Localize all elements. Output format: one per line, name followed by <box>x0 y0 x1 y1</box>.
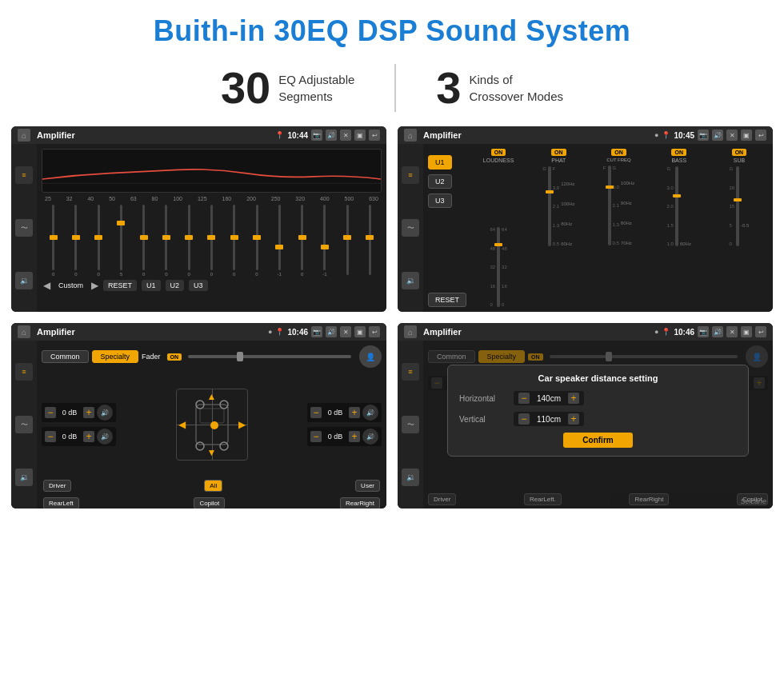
horizontal-label: Horizontal <box>459 394 507 403</box>
eq-slider-14[interactable] <box>360 205 380 277</box>
vertical-control: − 110cm + <box>514 412 584 426</box>
horizontal-minus-btn[interactable]: − <box>518 393 530 404</box>
rr-minus-btn[interactable]: − <box>310 431 322 442</box>
rr-plus-btn[interactable]: + <box>349 431 360 442</box>
eq-icon-2[interactable]: ≡ <box>402 166 419 184</box>
eq-icon-1[interactable]: ≡ <box>15 166 33 184</box>
pin-icon-1: 📍 <box>275 131 284 139</box>
vertical-minus-btn[interactable]: − <box>518 413 530 425</box>
next-icon[interactable]: ▶ <box>91 280 98 291</box>
eq-slider-13[interactable] <box>337 205 357 277</box>
arrow-right[interactable]: ▶ <box>238 419 246 430</box>
rearleft-btn-4[interactable]: RearLeft. <box>524 493 562 505</box>
u1-btn-1[interactable]: U1 <box>142 280 161 291</box>
driver-btn-3[interactable]: Driver <box>43 480 71 492</box>
arrow-left[interactable]: ◀ <box>178 419 186 430</box>
wave-icon-4[interactable]: 〜 <box>402 416 419 433</box>
vol-icon-1: 🔊 <box>326 130 337 141</box>
eq-slider-10[interactable]: -1 <box>270 205 290 277</box>
vol-down-icon-4[interactable]: 🔉 <box>402 469 419 486</box>
crosshair-box[interactable]: ▲ ▼ ◀ ▶ <box>176 389 248 461</box>
home-icon-1[interactable]: ⌂ <box>18 129 30 142</box>
rear-right-db-control: − 0 dB + 🔊 <box>307 427 382 446</box>
rearleft-btn-3[interactable]: RearLeft <box>43 497 79 509</box>
vertical-plus-btn[interactable]: + <box>568 413 579 425</box>
home-icon-3[interactable]: ⌂ <box>18 325 30 338</box>
eq-slider-5[interactable]: 0 <box>156 205 176 277</box>
fl-minus-btn[interactable]: − <box>45 407 56 418</box>
eq-slider-4[interactable]: 0 <box>134 205 154 277</box>
rearright-btn-3[interactable]: RearRight <box>340 497 380 509</box>
horizontal-value: 140cm <box>533 394 565 403</box>
fr-speaker-icon: 🔊 <box>362 405 378 421</box>
u3-btn-1[interactable]: U3 <box>189 280 208 291</box>
back-icon-2: ↩ <box>755 130 766 141</box>
fr-minus-btn[interactable]: − <box>310 407 322 418</box>
tab-specialty-4[interactable]: Specialty <box>478 350 526 363</box>
eq-slider-12[interactable]: -1 <box>314 205 334 277</box>
screen4-title: Amplifier <box>423 327 651 337</box>
rl-plus-btn[interactable]: + <box>83 431 94 442</box>
u1-btn-crossover[interactable]: U1 <box>428 155 452 170</box>
driver-btn-4[interactable]: Driver <box>428 493 456 505</box>
eq-slider-9[interactable]: 0 <box>246 205 266 277</box>
distance-main-content: Common Specialty ON 👤 − 0 dB + − <box>423 341 773 509</box>
eq-slider-0[interactable]: 0 <box>43 205 63 277</box>
back-icon-1: ↩ <box>369 130 380 141</box>
eq-slider-8[interactable]: 0 <box>224 205 244 277</box>
horizontal-plus-btn[interactable]: + <box>568 393 579 404</box>
vol-down-icon-2[interactable]: 🔉 <box>402 272 419 289</box>
eq-slider-1[interactable]: 0 <box>66 205 86 277</box>
position-dot[interactable] <box>210 421 218 429</box>
wave-icon-3[interactable]: 〜 <box>15 416 33 433</box>
screen2-title: Amplifier <box>423 130 651 140</box>
band-bass: ON BASS G3.02.01.51.0 60Hz <box>650 149 708 307</box>
arrow-up[interactable]: ▲ <box>207 391 217 402</box>
wave-icon-2[interactable]: 〜 <box>402 219 419 237</box>
u2-btn-crossover[interactable]: U2 <box>428 174 452 189</box>
vol-down-icon-1[interactable]: 🔉 <box>15 272 33 289</box>
arrow-down[interactable]: ▼ <box>207 447 217 458</box>
home-icon-4[interactable]: ⌂ <box>404 325 417 338</box>
fader-slider[interactable] <box>188 355 351 358</box>
prev-icon[interactable]: ◀ <box>43 280 50 291</box>
eq-icon-4[interactable]: ≡ <box>402 363 419 381</box>
wave-icon-1[interactable]: 〜 <box>15 219 33 237</box>
on-toggle-4: ON <box>528 353 543 361</box>
copilot-btn-3[interactable]: Copilot <box>194 497 225 509</box>
dot-icon-2: ● <box>654 131 658 139</box>
fr-plus-btn[interactable]: + <box>349 407 360 418</box>
eq-slider-6[interactable]: 0 <box>179 205 199 277</box>
user-btn-3[interactable]: User <box>355 480 380 492</box>
eq-slider-3[interactable]: 5 <box>111 205 131 277</box>
rearright-btn-4[interactable]: RearRight <box>629 493 669 505</box>
reset-btn-1[interactable]: RESET <box>103 280 137 291</box>
bottom-labels-4: Driver RearLeft. RearRight Copilot <box>426 490 770 505</box>
fl-plus-btn[interactable]: + <box>83 407 94 418</box>
fader-on-toggle[interactable]: ON <box>167 353 182 361</box>
fader-slider-4[interactable] <box>550 355 738 358</box>
x-icon-1: ✕ <box>340 130 351 141</box>
stats-row: 30 EQ Adjustable Segments 3 Kinds of Cro… <box>0 56 784 126</box>
screen-icon-2: ▣ <box>741 130 752 141</box>
home-icon-2[interactable]: ⌂ <box>404 129 417 142</box>
eq-slider-11[interactable]: 0 <box>292 205 312 277</box>
confirm-btn[interactable]: Confirm <box>563 433 632 448</box>
x-icon-2: ✕ <box>726 130 738 141</box>
rl-minus-btn[interactable]: − <box>45 431 56 442</box>
pin-icon-2: 📍 <box>662 131 670 139</box>
u3-btn-crossover[interactable]: U3 <box>428 193 452 208</box>
svg-point-3 <box>220 442 228 450</box>
eq-slider-7[interactable]: 0 <box>202 205 222 277</box>
tab-common-4[interactable]: Common <box>428 350 475 363</box>
x-icon-4: ✕ <box>726 326 738 337</box>
eq-icon-3[interactable]: ≡ <box>15 363 33 381</box>
reset-btn-crossover[interactable]: RESET <box>428 293 466 307</box>
stat-number-eq: 30 <box>221 66 270 110</box>
u2-btn-1[interactable]: U2 <box>166 280 185 291</box>
all-btn-3[interactable]: All <box>204 480 222 492</box>
tab-specialty-3[interactable]: Specialty <box>92 350 139 363</box>
vol-down-icon-3[interactable]: 🔉 <box>15 469 33 486</box>
eq-slider-2[interactable]: 0 <box>89 205 109 277</box>
tab-common-3[interactable]: Common <box>42 350 89 363</box>
